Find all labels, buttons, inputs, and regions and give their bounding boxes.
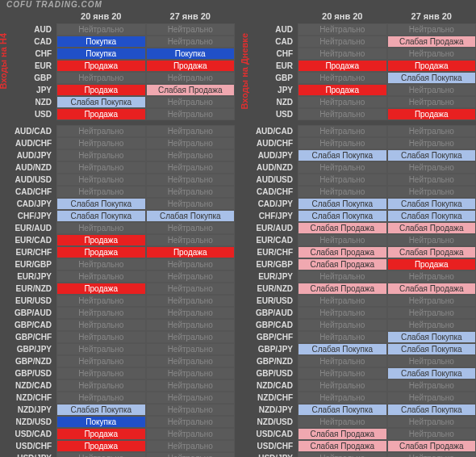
- signal-cell: Нейтрально: [146, 174, 236, 186]
- table-row: AUD/CHFНейтральноНейтрально: [241, 137, 476, 149]
- table-row: AUD/USDНейтральноНейтрально: [0, 174, 235, 186]
- table-row: EUR/NZDПродажаНейтрально: [0, 283, 235, 295]
- table-row: USD/JPYНейтральноНейтрально: [241, 452, 476, 457]
- signal-cell: Нейтрально: [387, 174, 477, 186]
- signal-cell: Нейтрально: [298, 270, 387, 283]
- signal-cell: Нейтрально: [387, 379, 477, 392]
- signal-cell: Нейтрально: [146, 23, 236, 36]
- signal-cell: Нейтрально: [56, 137, 146, 149]
- signal-cell: Слабая Покупка: [387, 331, 477, 343]
- signal-cell: Продажа: [298, 60, 387, 72]
- row-label: AUD/CHF: [241, 137, 298, 149]
- signal-cell: Нейтрально: [298, 96, 387, 108]
- signal-cell: Нейтрально: [387, 270, 477, 283]
- table-row: CAD/CHFНейтральноНейтрально: [0, 186, 235, 198]
- table-row: EUR/AUDНейтральноНейтрально: [0, 222, 235, 234]
- table-row: NZD/JPYСлабая ПокупкаНейтрально: [0, 404, 235, 416]
- table-row: JPYПродажаНейтрально: [241, 84, 476, 96]
- row-label: GBP/NZD: [0, 355, 56, 367]
- row-label: AUD/CAD: [0, 125, 56, 137]
- row-label: NZD/CAD: [0, 379, 56, 392]
- row-label: EUR/NZD: [241, 283, 298, 295]
- table-row: GBP/CHFНейтральноНейтрально: [0, 331, 235, 343]
- signal-cell: Нейтрально: [56, 258, 146, 270]
- table-row: AUD/CADНейтральноНейтрально: [0, 125, 235, 137]
- signal-cell: Слабая Покупка: [298, 149, 387, 161]
- table-row: EURПродажаПродажа: [0, 60, 235, 72]
- signal-cell: Нейтрально: [387, 186, 477, 198]
- row-label: EUR/USD: [0, 295, 56, 307]
- signal-cell: Нейтрально: [146, 186, 236, 198]
- signal-cell: Нейтрально: [146, 125, 236, 137]
- table-row: GBP/NZDНейтральноНейтрально: [241, 355, 476, 367]
- date-header: 20 янв 2027 янв 20: [0, 9, 235, 23]
- row-label: EUR/JPY: [241, 270, 298, 283]
- signal-cell: Слабая Продажа: [387, 283, 477, 295]
- table-row: NZD/CADНейтральноНейтрально: [241, 379, 476, 392]
- row-label: EUR/CAD: [241, 234, 298, 246]
- signal-cell: Слабая Покупка: [387, 198, 477, 210]
- table-row: CHFПокупкаПокупка: [0, 48, 235, 60]
- row-label: GBP/CAD: [0, 319, 56, 331]
- signal-cell: Слабая Покупка: [56, 404, 146, 416]
- row-label: CHF/JPY: [241, 210, 298, 222]
- signal-cell: Нейтрально: [146, 72, 236, 84]
- table-row: USD/CADПродажаНейтрально: [0, 428, 235, 440]
- signal-cell: Нейтрально: [56, 295, 146, 307]
- table-row: JPYПродажаСлабая Продажа: [0, 84, 235, 96]
- signal-cell: Нейтрально: [298, 161, 387, 174]
- row-label: AUD/USD: [241, 174, 298, 186]
- table-row: CADПокупкаНейтрально: [0, 36, 235, 48]
- table-row: EUR/GBPСлабая ПродажаПродажа: [241, 258, 476, 270]
- table-row: NZD/CHFНейтральноНейтрально: [0, 392, 235, 404]
- signal-cell: Нейтрально: [387, 96, 477, 108]
- table-row: CHF/JPYСлабая ПокупкаСлабая Покупка: [241, 210, 476, 222]
- signal-cell: Нейтрально: [56, 379, 146, 392]
- signal-cell: Нейтрально: [298, 355, 387, 367]
- signal-cell: Нейтрально: [56, 331, 146, 343]
- signal-cell: Нейтрально: [298, 234, 387, 246]
- signal-cell: Продажа: [387, 108, 477, 120]
- currency-block: AUDНейтральноНейтральноCADПокупкаНейтрал…: [0, 23, 235, 120]
- table-row: AUD/CHFНейтральноНейтрально: [0, 137, 235, 149]
- signal-cell: Нейтрально: [387, 295, 477, 307]
- signal-cell: Слабая Покупка: [146, 210, 236, 222]
- signal-cell: Нейтрально: [298, 452, 387, 457]
- signal-cell: Нейтрально: [56, 307, 146, 319]
- logo: COFU TRADING.COM: [0, 0, 105, 9]
- row-label: AUD/NZD: [241, 161, 298, 174]
- signal-cell: Нейтрально: [387, 23, 477, 36]
- row-label: USD/CAD: [0, 428, 56, 440]
- date-col-1: 27 янв 20: [387, 11, 477, 21]
- signal-cell: Продажа: [56, 440, 146, 452]
- table-row: NZDСлабая ПокупкаНейтрально: [0, 96, 235, 108]
- table-row: EUR/CADНейтральноНейтрально: [241, 234, 476, 246]
- signal-cell: Нейтрально: [56, 355, 146, 367]
- signal-cell: Нейтрально: [298, 36, 387, 48]
- table-row: EUR/USDНейтральноНейтрально: [0, 295, 235, 307]
- row-label: NZD: [241, 96, 298, 108]
- signal-cell: Слабая Продажа: [298, 222, 387, 234]
- signal-cell: Нейтрально: [387, 48, 477, 60]
- signal-cell: Нейтрально: [298, 295, 387, 307]
- signal-cell: Слабая Покупка: [298, 210, 387, 222]
- table-row: GBP/CADНейтральноНейтрально: [0, 319, 235, 331]
- signal-cell: Слабая Покупка: [387, 72, 477, 84]
- table-row: GBP/CHFНейтральноСлабая Покупка: [241, 331, 476, 343]
- signal-cell: Нейтрально: [56, 149, 146, 161]
- signal-cell: Нейтрально: [298, 416, 387, 428]
- row-label: GBP: [241, 72, 298, 84]
- row-label: GBP/JPY: [0, 343, 56, 355]
- row-label: NZD/JPY: [0, 404, 56, 416]
- table-row: GBP/USDНейтральноНейтрально: [0, 367, 235, 379]
- row-label: AUD/CAD: [241, 125, 298, 137]
- signal-cell: Нейтрально: [146, 343, 236, 355]
- table-row: EUR/JPYНейтральноНейтрально: [241, 270, 476, 283]
- signal-cell: Продажа: [56, 234, 146, 246]
- signal-cell: Продажа: [56, 428, 146, 440]
- signal-cell: Нейтрально: [298, 186, 387, 198]
- signal-cell: Нейтрально: [387, 392, 477, 404]
- signal-cell: Нейтрально: [298, 392, 387, 404]
- pairs-block: AUD/CADНейтральноНейтральноAUD/CHFНейтра…: [0, 125, 235, 457]
- row-label: GBP/NZD: [241, 355, 298, 367]
